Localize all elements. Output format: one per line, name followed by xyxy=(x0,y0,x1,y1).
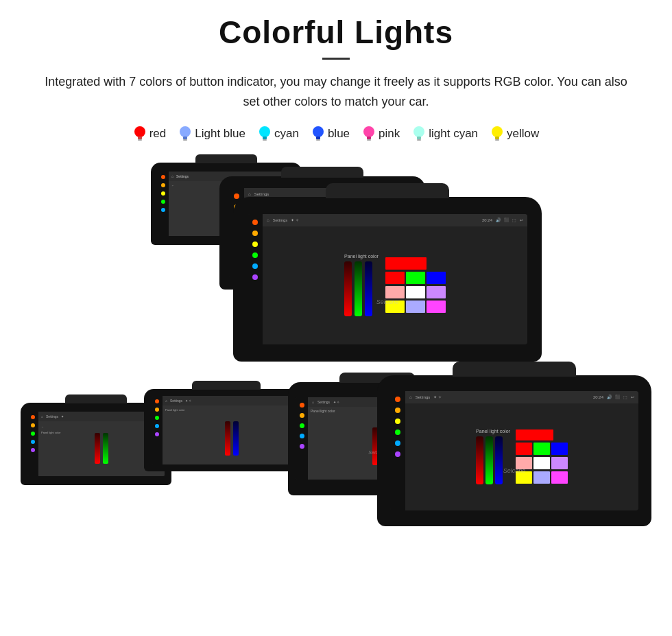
app-title-topbar: Settings xyxy=(273,218,288,222)
color-label-lightblue: Light blue xyxy=(195,127,245,141)
svg-point-15 xyxy=(413,126,424,137)
svg-rect-14 xyxy=(367,139,371,141)
bulb-icon-yellow xyxy=(490,124,504,143)
color-label-yellow: yellow xyxy=(507,127,539,141)
bulb-icon-red xyxy=(133,124,147,143)
svg-point-18 xyxy=(492,126,503,137)
svg-rect-20 xyxy=(495,139,499,141)
svg-rect-4 xyxy=(183,137,187,139)
color-labels-row: red Light blue cyan xyxy=(21,124,651,143)
top-row-screens: ⌂ Settings ← xyxy=(130,163,542,362)
color-label-red: red xyxy=(149,127,167,141)
panel-label: Panel light color xyxy=(344,254,379,259)
color-item-lightcyan: light cyan xyxy=(412,124,478,143)
bulb-icon-blue xyxy=(311,124,325,143)
bottom-app-title: Settings xyxy=(416,395,431,399)
svg-rect-16 xyxy=(417,137,421,139)
svg-point-0 xyxy=(134,126,145,137)
screen-front-large: ⌂ Settings ✦ ✧ 20:24 🔊 ⬛ ⬚ ↩ xyxy=(233,197,542,362)
svg-point-9 xyxy=(313,126,324,137)
page-description: Integrated with 7 colors of button indic… xyxy=(41,72,631,112)
svg-point-6 xyxy=(259,126,270,137)
color-item-blue: blue xyxy=(311,124,350,143)
svg-rect-5 xyxy=(183,139,187,141)
page-title: Colorful Lights xyxy=(21,14,651,51)
bulb-icon-pink xyxy=(362,124,376,143)
bulb-icon-lightblue xyxy=(178,124,192,143)
svg-rect-2 xyxy=(138,139,142,141)
svg-rect-7 xyxy=(263,137,267,139)
svg-rect-19 xyxy=(495,137,499,139)
svg-rect-11 xyxy=(316,139,320,141)
bulb-icon-cyan xyxy=(258,124,272,143)
bulb-icon-lightcyan xyxy=(412,124,426,143)
color-item-cyan: cyan xyxy=(258,124,299,143)
color-item-lightblue: Light blue xyxy=(178,124,245,143)
svg-rect-1 xyxy=(138,137,142,139)
svg-rect-8 xyxy=(263,139,267,141)
svg-rect-13 xyxy=(367,137,371,139)
color-label-pink: pink xyxy=(379,127,400,141)
color-label-lightcyan: light cyan xyxy=(429,127,478,141)
svg-point-3 xyxy=(180,126,191,137)
color-label-blue: blue xyxy=(328,127,350,141)
title-divider xyxy=(322,58,350,60)
page-container: Colorful Lights Integrated with 7 colors… xyxy=(0,0,672,602)
bottom-screen-4: ⌂ Settings ✦ ✧ 20:24 🔊 ⬛ ⬚ ↩ xyxy=(377,375,651,526)
color-item-pink: pink xyxy=(362,124,400,143)
svg-rect-17 xyxy=(417,139,421,141)
bottom-row-screens: ⌂ Settings ✦ ← Panel light color xyxy=(21,375,651,581)
screens-section: ⌂ Settings ← xyxy=(21,163,651,581)
svg-point-12 xyxy=(363,126,374,137)
color-item-red: red xyxy=(133,124,167,143)
svg-rect-10 xyxy=(316,137,320,139)
color-item-yellow: yellow xyxy=(490,124,539,143)
color-label-cyan: cyan xyxy=(274,127,299,141)
bottom-screen-2: ⌂ Settings ✦ ✧ Panel light color xyxy=(144,389,309,471)
